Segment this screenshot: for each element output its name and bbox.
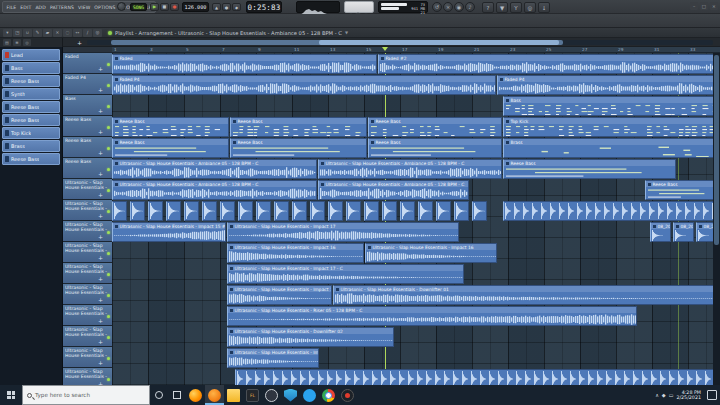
track-mute-led[interactable] [107, 294, 110, 297]
picker-item-brass[interactable]: Brass [2, 140, 60, 152]
picker-sort-icon[interactable]: ≡ [13, 39, 21, 46]
track-mute-led[interactable] [107, 126, 110, 129]
horizontal-scrollbar[interactable] [87, 40, 713, 45]
picker-find-icon[interactable]: ◎ [23, 39, 31, 46]
track-header[interactable]: Bass+ [63, 95, 112, 116]
clip-audio-hit[interactable] [148, 201, 163, 221]
magnet-icon[interactable]: ∪ [23, 29, 32, 37]
update-icon[interactable]: ↓ [538, 2, 550, 13]
clip-ultrasonic-slap-house-essentials-ambiance-05-128-bpm-c[interactable]: Ultrasonic - Slap House Essentials - Amb… [112, 159, 317, 179]
render-icon[interactable]: ◎ [524, 2, 536, 13]
track-header[interactable]: Reese Bass+ [63, 158, 112, 179]
help-icon[interactable]: ? [482, 2, 494, 13]
overdub-icon[interactable]: ◆ [232, 3, 241, 11]
pencil-icon[interactable]: ✎ [33, 29, 42, 37]
picker-item-top-kick[interactable]: Top Kick [2, 127, 60, 139]
track-header[interactable]: Ultrasonic - Slap House Essentials -+ [63, 179, 112, 200]
clip-audio-hit[interactable] [454, 201, 469, 221]
delete-icon[interactable]: × [53, 29, 62, 37]
clip-audio-hit[interactable] [346, 201, 361, 221]
track-header[interactable]: Ultrasonic - Slap House Essentials -+ [63, 368, 112, 385]
taskbar-app-image-line[interactable]: FL [243, 385, 262, 405]
track-mute-led[interactable] [107, 252, 110, 255]
track-fader-icon[interactable]: + [98, 276, 103, 282]
track-mute-led[interactable] [107, 168, 110, 171]
track-fader-icon[interactable]: + [98, 129, 103, 135]
chevron-down-icon[interactable]: ▼ [345, 30, 348, 35]
track-mute-led[interactable] [107, 378, 110, 381]
picker-item-synth[interactable]: Synth [2, 88, 60, 100]
track-mute-led[interactable] [107, 189, 110, 192]
taskbar-app-fl-studio[interactable] [205, 385, 224, 405]
song-mode-led[interactable]: SONG [130, 3, 147, 11]
track-header[interactable]: Ultrasonic - Slap House Essentials -+ [63, 200, 112, 221]
clip-08-20[interactable]: 08_20 [650, 222, 671, 242]
vertical-scrollbar[interactable] [713, 53, 720, 385]
export-icon[interactable]: Y [510, 2, 522, 13]
maximize-button[interactable]: □ [700, 2, 708, 10]
zoom-plus-icon[interactable]: + [77, 39, 82, 46]
clip-ultrasonic-slap-house-essentials-impact-18[interactable]: Ultrasonic - Slap House Essentials - Imp… [227, 285, 332, 305]
clip-audio-hit[interactable] [238, 201, 253, 221]
picker-view-icon[interactable]: ▤ [3, 39, 11, 46]
menu-file[interactable]: FILE [5, 5, 18, 10]
clip-ultrasonic-slap-house-essentials-impact-16[interactable]: Ultrasonic - Slap House Essentials - Imp… [365, 243, 497, 263]
playhead-marker[interactable] [382, 47, 388, 51]
menu-edit[interactable]: EDIT [19, 5, 33, 10]
start-button[interactable] [0, 385, 22, 405]
clip-ultrasonic-slap-house-essentials-impact-17-c[interactable]: Ultrasonic - Slap House Essentials - Imp… [227, 264, 464, 284]
mic-icon[interactable]: ◉ [454, 2, 464, 12]
track-fader-icon[interactable]: + [98, 234, 103, 240]
track-header[interactable]: Ultrasonic - Slap House Essentials - 1+ [63, 305, 112, 326]
clip-audio-hit[interactable] [202, 201, 217, 221]
track-fader-icon[interactable]: + [98, 171, 103, 177]
track-mute-led[interactable] [107, 231, 110, 234]
main-volume-knob[interactable] [117, 2, 126, 11]
clip-brass[interactable]: Brass [503, 138, 719, 158]
time-display[interactable]: 0:25:83 [246, 1, 282, 13]
clip-audio-hit[interactable] [130, 201, 145, 221]
close-button[interactable]: × [710, 2, 718, 10]
vertical-scrollbar-thumb[interactable] [714, 55, 719, 245]
clip-audio-hit[interactable] [235, 369, 719, 385]
track-mute-led[interactable] [107, 315, 110, 318]
track-mute-led[interactable] [107, 63, 110, 66]
clip-ultrasonic-slap-house-essentials-ambiance-05-128-bpm-c[interactable]: Ultrasonic - Slap House Essentials - Amb… [318, 159, 502, 179]
task-view-button[interactable] [168, 385, 186, 405]
clip-ultrasonic-slap-house-essentials-riser-05-128-bpm-c[interactable]: Ultrasonic - Slap House Essentials - Ris… [227, 306, 637, 326]
typing-piano-icon[interactable]: ♪ [465, 2, 475, 12]
clip-reese-bass[interactable]: Reese Bass [645, 180, 719, 200]
track-mute-led[interactable] [107, 210, 110, 213]
taskbar-clock[interactable]: 4:28 PM 2/25/2021 [676, 390, 701, 401]
clip-faded-2[interactable]: Faded #2 [378, 54, 719, 74]
metronome-icon[interactable]: ▲ [212, 3, 221, 11]
clip-ultrasonic-slap-house-essentials-impact-25-c[interactable]: Ultrasonic - Slap House Essentials - Imp… [227, 348, 319, 368]
clip-audio-hit[interactable] [256, 201, 271, 221]
track-header[interactable]: Faded+ [63, 53, 112, 74]
clip-ultrasonic-slap-house-essentials-impact-15-2[interactable]: Ultrasonic - Slap House Essentials - Imp… [112, 222, 226, 242]
clip-audio-hit[interactable] [184, 201, 199, 221]
clip-08-20[interactable]: 08_20 [673, 222, 694, 242]
clip-faded-p4[interactable]: Faded P4 [112, 75, 496, 95]
record-button[interactable]: ● [170, 3, 179, 11]
track-header[interactable]: Ultrasonic - Slap House Essentials -+ [63, 326, 112, 347]
menu-options[interactable]: OPTIONS [93, 5, 117, 10]
menu-add[interactable]: ADD [34, 5, 48, 10]
track-header[interactable]: Ultrasonic - Slap House Essentials -+ [63, 347, 112, 368]
resource-monitor[interactable]: 73 941 MB 21 [378, 1, 428, 13]
track-fader-icon[interactable]: + [98, 360, 103, 366]
track-fader-icon[interactable]: + [98, 255, 103, 261]
picker-item-bass[interactable]: Bass [2, 62, 60, 74]
track-mute-led[interactable] [107, 105, 110, 108]
track-fader-icon[interactable]: + [98, 87, 103, 93]
wait-input-icon[interactable]: ● [222, 3, 231, 11]
track-header[interactable]: Ultrasonic - Slap House Essentials - 1+ [63, 242, 112, 263]
stop-button[interactable]: ■ [160, 3, 169, 11]
track-fader-icon[interactable]: + [98, 150, 103, 156]
clip-reese-bass[interactable]: Reese Bass [112, 138, 229, 158]
clip-audio-hit[interactable] [328, 201, 343, 221]
clip-ultrasonic-slap-house-essentials-impact-17[interactable]: Ultrasonic - Slap House Essentials - Imp… [227, 222, 459, 242]
scrollbar-thumb-bright[interactable] [319, 40, 559, 45]
track-mute-led[interactable] [107, 84, 110, 87]
slice-tool-icon[interactable]: / [83, 29, 92, 37]
